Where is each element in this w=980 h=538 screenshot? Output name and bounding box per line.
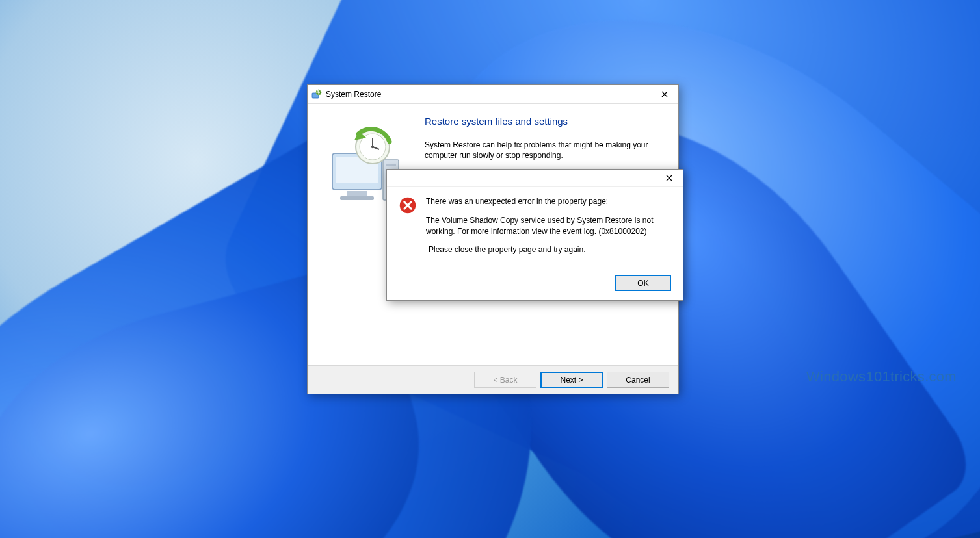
wizard-footer: < Back Next > Cancel	[308, 365, 678, 394]
error-icon	[399, 196, 417, 214]
error-line-3: Please close the property page and try a…	[426, 244, 671, 255]
ok-button[interactable]: OK	[615, 275, 671, 291]
error-titlebar[interactable]	[387, 170, 683, 187]
svg-rect-4	[347, 191, 367, 196]
svg-rect-7	[386, 164, 396, 166]
error-dialog: There was an unexpected error in the pro…	[386, 169, 683, 301]
wizard-heading: Restore system files and settings	[425, 116, 663, 127]
error-line-1: There was an unexpected error in the pro…	[426, 196, 671, 207]
titlebar[interactable]: System Restore	[308, 85, 678, 104]
svg-point-13	[371, 146, 374, 148]
svg-rect-5	[340, 196, 374, 200]
error-line-2: The Volume Shadow Copy service used by S…	[426, 215, 671, 237]
error-text: There was an unexpected error in the pro…	[426, 196, 671, 263]
close-button[interactable]	[654, 87, 676, 101]
cancel-button[interactable]: Cancel	[607, 372, 669, 388]
system-restore-icon	[311, 89, 322, 99]
wizard-description: System Restore can help fix problems tha…	[425, 140, 663, 160]
error-close-button[interactable]	[658, 172, 680, 185]
error-body: There was an unexpected error in the pro…	[387, 187, 683, 270]
desktop-background: System Restore	[0, 0, 980, 538]
error-footer: OK	[387, 270, 683, 300]
window-title: System Restore	[326, 90, 654, 99]
back-button: < Back	[474, 372, 536, 388]
close-icon	[661, 91, 668, 97]
close-icon	[666, 175, 672, 181]
next-button[interactable]: Next >	[540, 372, 603, 388]
